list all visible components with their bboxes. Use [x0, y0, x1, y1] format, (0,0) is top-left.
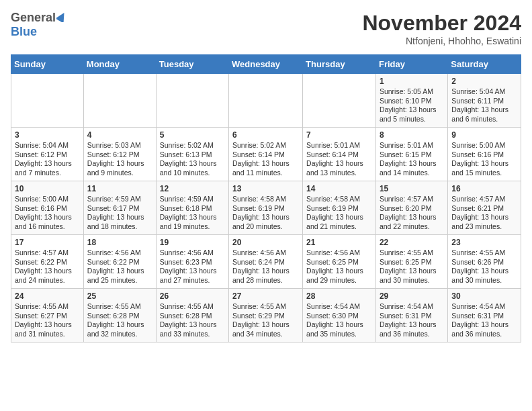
- cell-text: Daylight: 13 hours and 18 minutes.: [87, 213, 152, 231]
- cell-text: Sunset: 6:20 PM: [380, 204, 444, 214]
- cell-text: Daylight: 13 hours and 25 minutes.: [87, 267, 152, 285]
- cell-text: Sunrise: 4:55 AM: [87, 302, 152, 312]
- day-number: 2: [451, 77, 517, 86]
- cell-text: Daylight: 13 hours and 5 minutes.: [380, 105, 444, 124]
- week-row-3: 17Sunrise: 4:57 AMSunset: 6:22 PMDayligh…: [11, 235, 521, 289]
- weekday-header-tuesday: Tuesday: [156, 55, 228, 74]
- cell-text: Sunset: 6:25 PM: [306, 258, 372, 267]
- cell-text: Sunrise: 5:04 AM: [451, 87, 517, 97]
- calendar-cell: 29Sunrise: 4:54 AMSunset: 6:31 PMDayligh…: [375, 289, 447, 342]
- cell-text: Sunrise: 4:58 AM: [232, 195, 299, 204]
- cell-text: Sunset: 6:31 PM: [451, 312, 517, 321]
- cell-text: Daylight: 13 hours and 14 minutes.: [380, 159, 444, 177]
- day-number: 20: [232, 238, 299, 247]
- cell-text: Sunset: 6:26 PM: [451, 258, 517, 267]
- cell-text: Daylight: 13 hours and 36 minutes.: [380, 320, 444, 338]
- cell-text: Sunrise: 4:56 AM: [160, 248, 225, 258]
- logo-icon: [56, 11, 67, 25]
- week-row-2: 10Sunrise: 5:00 AMSunset: 6:16 PMDayligh…: [11, 181, 521, 235]
- week-row-4: 24Sunrise: 4:55 AMSunset: 6:27 PMDayligh…: [11, 289, 521, 342]
- cell-text: Sunrise: 4:55 AM: [380, 248, 444, 258]
- cell-text: Daylight: 13 hours and 20 minutes.: [232, 213, 299, 231]
- weekday-header-thursday: Thursday: [303, 55, 376, 74]
- week-row-0: 1Sunrise: 5:05 AMSunset: 6:10 PMDaylight…: [11, 74, 521, 128]
- weekday-header-monday: Monday: [83, 55, 156, 74]
- day-number: 26: [160, 291, 225, 301]
- cell-text: Sunrise: 4:55 AM: [160, 302, 225, 312]
- cell-text: Sunset: 6:19 PM: [306, 204, 372, 214]
- cell-text: Daylight: 13 hours and 31 minutes.: [15, 320, 80, 338]
- cell-text: Sunset: 6:15 PM: [380, 150, 444, 160]
- day-number: 28: [306, 291, 372, 301]
- calendar-subtitle: Ntfonjeni, Hhohho, Eswatini: [362, 36, 521, 46]
- calendar-cell: 3Sunrise: 5:04 AMSunset: 6:12 PMDaylight…: [11, 128, 84, 181]
- day-number: 10: [15, 184, 80, 193]
- calendar-cell: 1Sunrise: 5:05 AMSunset: 6:10 PMDaylight…: [375, 74, 447, 128]
- calendar-cell: [303, 74, 376, 128]
- calendar-cell: 19Sunrise: 4:56 AMSunset: 6:23 PMDayligh…: [156, 235, 228, 289]
- cell-text: Sunset: 6:14 PM: [232, 150, 299, 160]
- cell-text: Daylight: 13 hours and 30 minutes.: [380, 267, 444, 285]
- cell-text: Sunrise: 4:56 AM: [87, 248, 152, 258]
- cell-text: Daylight: 13 hours and 10 minutes.: [160, 159, 225, 177]
- cell-text: Sunset: 6:11 PM: [451, 97, 517, 106]
- title-area: November 2024 Ntfonjeni, Hhohho, Eswatin…: [362, 11, 521, 46]
- calendar-cell: 11Sunrise: 4:59 AMSunset: 6:17 PMDayligh…: [83, 181, 156, 235]
- cell-text: Sunrise: 4:55 AM: [451, 248, 517, 258]
- cell-text: Sunrise: 4:57 AM: [451, 195, 517, 204]
- day-number: 25: [87, 291, 152, 301]
- day-number: 1: [380, 77, 444, 86]
- cell-text: Sunset: 6:29 PM: [232, 312, 299, 321]
- calendar-cell: 6Sunrise: 5:02 AMSunset: 6:14 PMDaylight…: [229, 128, 303, 181]
- calendar-title: November 2024: [362, 11, 521, 36]
- cell-text: Sunset: 6:23 PM: [160, 258, 225, 267]
- cell-text: Sunrise: 5:04 AM: [15, 141, 80, 150]
- cell-text: Daylight: 13 hours and 22 minutes.: [380, 213, 444, 231]
- cell-text: Daylight: 13 hours and 19 minutes.: [160, 213, 225, 231]
- day-number: 27: [232, 291, 299, 301]
- cell-text: Daylight: 13 hours and 29 minutes.: [306, 267, 372, 285]
- day-number: 15: [380, 184, 444, 193]
- calendar-cell: 26Sunrise: 4:55 AMSunset: 6:28 PMDayligh…: [156, 289, 228, 342]
- day-number: 22: [380, 238, 444, 247]
- cell-text: Sunset: 6:19 PM: [232, 204, 299, 214]
- cell-text: Sunrise: 5:02 AM: [160, 141, 225, 150]
- cell-text: Sunset: 6:30 PM: [306, 312, 372, 321]
- cell-text: Sunrise: 4:54 AM: [451, 302, 517, 312]
- cell-text: Sunrise: 4:54 AM: [306, 302, 372, 312]
- cell-text: Sunset: 6:12 PM: [15, 150, 80, 160]
- logo-blue-text: Blue: [11, 25, 37, 38]
- calendar-cell: 20Sunrise: 4:56 AMSunset: 6:24 PMDayligh…: [229, 235, 303, 289]
- calendar-cell: 21Sunrise: 4:56 AMSunset: 6:25 PMDayligh…: [303, 235, 376, 289]
- cell-text: Sunset: 6:28 PM: [87, 312, 152, 321]
- cell-text: Sunrise: 5:01 AM: [306, 141, 372, 150]
- day-number: 7: [306, 130, 372, 140]
- day-number: 13: [232, 184, 299, 193]
- cell-text: Sunset: 6:16 PM: [451, 150, 517, 160]
- cell-text: Sunrise: 5:00 AM: [15, 195, 80, 204]
- logo-general-text: General: [11, 11, 56, 25]
- week-row-1: 3Sunrise: 5:04 AMSunset: 6:12 PMDaylight…: [11, 128, 521, 181]
- day-number: 30: [451, 291, 517, 301]
- cell-text: Sunrise: 5:01 AM: [380, 141, 444, 150]
- cell-text: Sunset: 6:28 PM: [160, 312, 225, 321]
- cell-text: Daylight: 13 hours and 6 minutes.: [451, 105, 517, 124]
- day-number: 23: [451, 238, 517, 247]
- calendar-cell: 23Sunrise: 4:55 AMSunset: 6:26 PMDayligh…: [448, 235, 521, 289]
- calendar-cell: 7Sunrise: 5:01 AMSunset: 6:14 PMDaylight…: [303, 128, 376, 181]
- day-number: 16: [451, 184, 517, 193]
- cell-text: Daylight: 13 hours and 9 minutes.: [87, 159, 152, 177]
- calendar-cell: 13Sunrise: 4:58 AMSunset: 6:19 PMDayligh…: [229, 181, 303, 235]
- cell-text: Sunrise: 4:56 AM: [232, 248, 299, 258]
- day-number: 3: [15, 130, 80, 140]
- weekday-header-saturday: Saturday: [448, 55, 521, 74]
- cell-text: Daylight: 13 hours and 11 minutes.: [232, 159, 299, 177]
- cell-text: Daylight: 13 hours and 23 minutes.: [451, 213, 517, 231]
- calendar-cell: 24Sunrise: 4:55 AMSunset: 6:27 PMDayligh…: [11, 289, 84, 342]
- calendar-cell: 2Sunrise: 5:04 AMSunset: 6:11 PMDaylight…: [448, 74, 521, 128]
- calendar-cell: 22Sunrise: 4:55 AMSunset: 6:25 PMDayligh…: [375, 235, 447, 289]
- day-number: 11: [87, 184, 152, 193]
- cell-text: Sunset: 6:21 PM: [451, 204, 517, 214]
- cell-text: Sunset: 6:25 PM: [380, 258, 444, 267]
- calendar-cell: 28Sunrise: 4:54 AMSunset: 6:30 PMDayligh…: [303, 289, 376, 342]
